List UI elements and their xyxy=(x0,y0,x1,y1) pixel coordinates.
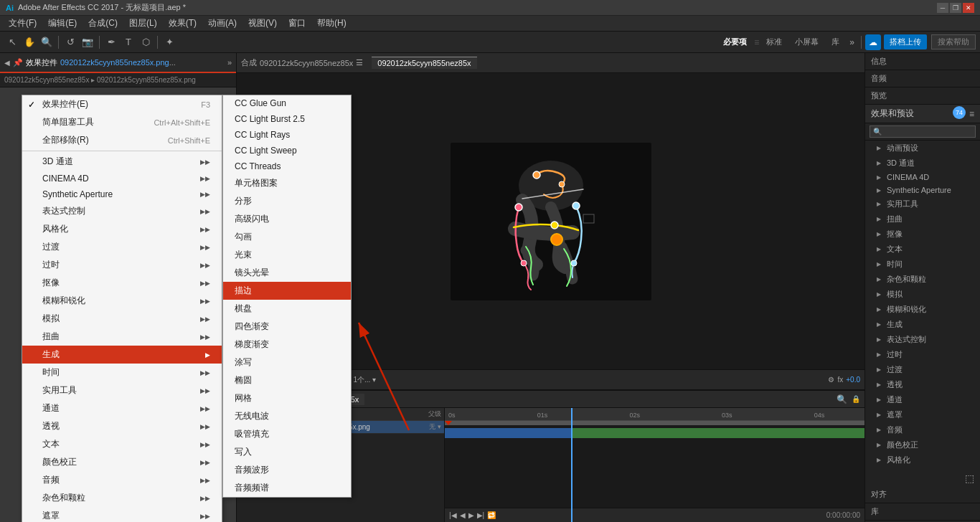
rp-obsolete[interactable]: ▶ 过时 xyxy=(865,347,980,362)
menu-radio-waves[interactable]: 无线电波 xyxy=(223,407,351,425)
menu-time[interactable]: 时间 ▶ xyxy=(22,364,222,381)
rp-info-label[interactable]: 信息 xyxy=(865,53,980,70)
rp-synthetic-aperture[interactable]: ▶ Synthetic Aperture xyxy=(865,184,980,196)
menu-layer[interactable]: 图层(L) xyxy=(123,16,163,31)
tool-camera[interactable]: 📷 xyxy=(80,34,95,50)
menu-cc-light-burst[interactable]: CC Light Burst 2.5 xyxy=(223,111,351,127)
menu-3d-channel[interactable]: 3D 通道 ▶ xyxy=(22,153,222,171)
menu-cell-pattern[interactable]: 单元格图案 xyxy=(223,174,351,192)
tl-next-frame[interactable]: ▶| xyxy=(477,511,485,519)
menu-stroke[interactable]: 描边 xyxy=(223,282,351,300)
rp-perspective[interactable]: ▶ 透视 xyxy=(865,377,980,392)
menu-channel[interactable]: 通道 ▶ xyxy=(22,399,222,417)
layer-parent-none[interactable]: 无 ▾ xyxy=(429,422,441,432)
menu-keying[interactable]: 抠像 ▶ xyxy=(22,274,222,292)
tool-hand[interactable]: ✋ xyxy=(22,34,37,50)
rp-expression-ctrl[interactable]: ▶ 表达式控制 xyxy=(865,332,980,347)
effects-search-input[interactable] xyxy=(870,125,976,138)
ec-tab-label[interactable]: 效果控件 xyxy=(26,57,57,68)
rp-color-correct[interactable]: ▶ 颜色校正 xyxy=(865,437,980,452)
menu-transition[interactable]: 过渡 ▶ xyxy=(22,238,222,256)
menu-grid[interactable]: 网格 xyxy=(223,389,351,407)
menu-stroke-paint[interactable]: 勾画 xyxy=(223,228,351,246)
search-help-input[interactable]: 搜索帮助 xyxy=(931,34,976,49)
menu-scribble[interactable]: 涂写 xyxy=(223,353,351,371)
rp-effects-header[interactable]: 效果和预设 ≡ 74 xyxy=(865,105,980,123)
menu-audio-waveform[interactable]: 音频波形 xyxy=(223,461,351,479)
rp-keying[interactable]: ▶ 抠像 xyxy=(865,227,980,242)
ec-pin-icon[interactable]: 📌 xyxy=(13,58,23,67)
menu-4color-gradient[interactable]: 四色渐变 xyxy=(223,318,351,336)
rp-time[interactable]: ▶ 时间 xyxy=(865,257,980,272)
rp-distort[interactable]: ▶ 扭曲 xyxy=(865,212,980,227)
rp-align-label[interactable]: 对齐 xyxy=(865,486,980,503)
menu-noise-grain[interactable]: 杂色和颗粒 ▶ xyxy=(22,489,222,507)
rp-generate[interactable]: ▶ 生成 xyxy=(865,317,980,332)
menu-help[interactable]: 帮助(H) xyxy=(311,16,352,31)
menu-checkerboard[interactable]: 棋盘 xyxy=(223,300,351,318)
menu-cc-light-rays[interactable]: CC Light Rays xyxy=(223,127,351,143)
menu-view[interactable]: 视图(V) xyxy=(242,16,283,31)
workspace-small[interactable]: 小屏幕 xyxy=(789,35,824,49)
menu-write-on[interactable]: 写入 xyxy=(223,443,351,461)
preview-view-select[interactable]: 1个... ▾ xyxy=(353,375,376,385)
menu-expression-controls[interactable]: 表达式控制 ▶ xyxy=(22,202,222,220)
menu-distort[interactable]: 扭曲 ▶ xyxy=(22,328,222,346)
menu-text[interactable]: 文本 ▶ xyxy=(22,435,222,453)
comp-tab-filename[interactable]: 092012zk5cyyn855nez85x xyxy=(260,59,353,67)
tl-prev-frame[interactable]: |◀ xyxy=(449,511,457,519)
menu-color-correct[interactable]: 颜色校正 ▶ xyxy=(22,453,222,471)
tool-text[interactable]: T xyxy=(121,34,136,50)
rp-preview-label[interactable]: 预览 xyxy=(865,87,980,105)
rp-bottom-icon[interactable]: ⬚ xyxy=(865,470,980,486)
menu-advanced-lightning[interactable]: 高级闪电 xyxy=(223,210,351,228)
menu-audio-spectrum[interactable]: 音频频谱 xyxy=(223,479,351,497)
menu-ellipse[interactable]: 椭圆 xyxy=(223,371,351,389)
menu-obsolete[interactable]: 过时 ▶ xyxy=(22,256,222,274)
menu-remove-all[interactable]: 全部移除(R) Ctrl+Shift+E xyxy=(22,131,222,149)
menu-ramp[interactable]: 梯度渐变 xyxy=(223,336,351,353)
menu-stylize[interactable]: 风格化 ▶ xyxy=(22,220,222,238)
comp-tab-settings[interactable]: ☰ xyxy=(356,58,363,67)
rp-utility[interactable]: ▶ 实用工具 xyxy=(865,196,980,212)
minimize-button[interactable]: ─ xyxy=(937,3,948,13)
ec-arrow-left[interactable]: ◀ xyxy=(4,59,10,67)
comp-tab-label[interactable]: 合成 xyxy=(241,57,257,68)
menu-lens-flare[interactable]: 镜头光晕 xyxy=(223,264,351,282)
tl-play-forward[interactable]: ▶ xyxy=(468,511,474,519)
menu-generate[interactable]: 生成 ▶ xyxy=(22,346,222,364)
rp-text[interactable]: ▶ 文本 xyxy=(865,242,980,257)
rp-3d-channel[interactable]: ▶ 3D 通道 xyxy=(865,156,980,171)
tl-play-back[interactable]: ◀ xyxy=(460,511,466,519)
menu-cc-light-sweep[interactable]: CC Light Sweep xyxy=(223,143,351,158)
workspace-expand[interactable]: » xyxy=(847,37,857,47)
menu-eyedropper-fill[interactable]: 吸管填充 xyxy=(223,425,351,443)
tool-zoom[interactable]: 🔍 xyxy=(39,34,55,50)
menu-fractal[interactable]: 分形 xyxy=(223,192,351,210)
menu-effects[interactable]: 效果(T) xyxy=(163,16,202,31)
rp-channel[interactable]: ▶ 通道 xyxy=(865,392,980,407)
rp-audio[interactable]: ▶ 音频 xyxy=(865,422,980,437)
rp-transition[interactable]: ▶ 过渡 xyxy=(865,362,980,377)
workspace-library[interactable]: 库 xyxy=(826,35,845,49)
menu-simulate[interactable]: 模拟 ▶ xyxy=(22,310,222,328)
tool-puppet[interactable]: ✦ xyxy=(161,34,177,50)
tool-select[interactable]: ↖ xyxy=(4,34,20,50)
rp-simulate[interactable]: ▶ 模拟 xyxy=(865,287,980,302)
menu-animation[interactable]: 动画(A) xyxy=(202,16,242,31)
rp-matte[interactable]: ▶ 遮罩 xyxy=(865,407,980,422)
menu-beam[interactable]: 光束 xyxy=(223,246,351,264)
menu-cinema4d[interactable]: CINEMA 4D ▶ xyxy=(22,171,222,186)
tool-pen[interactable]: ✒ xyxy=(103,34,119,50)
menu-synthetic-aperture[interactable]: Synthetic Aperture ▶ xyxy=(22,186,222,202)
rp-library-label[interactable]: 库 xyxy=(865,503,980,521)
ec-expand[interactable]: » xyxy=(227,58,232,67)
menu-cc-glue-gun[interactable]: CC Glue Gun xyxy=(223,95,351,111)
rp-stylize[interactable]: ▶ 风格化 xyxy=(865,452,980,468)
workspace-standard[interactable]: 标准 xyxy=(760,35,788,49)
work-area-bar[interactable] xyxy=(445,421,864,425)
tl-lock-icon[interactable]: 🔒 xyxy=(852,395,860,403)
menu-utility[interactable]: 实用工具 ▶ xyxy=(22,381,222,399)
ec-filename[interactable]: 092012zk5cyyn855nez85x.png xyxy=(60,58,169,67)
rp-blur-sharpen[interactable]: ▶ 模糊和锐化 xyxy=(865,302,980,317)
